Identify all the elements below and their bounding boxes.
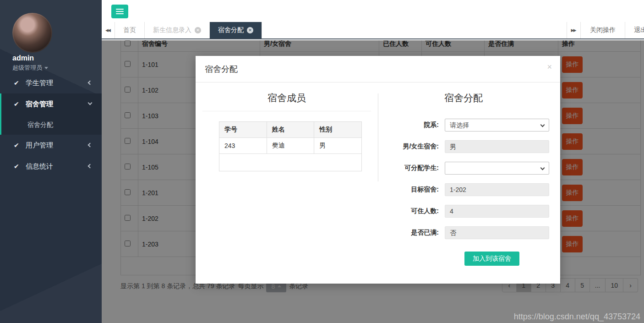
member-cell: 樊迪 xyxy=(267,138,314,154)
field-label: 是否已满: xyxy=(378,229,445,237)
field-label: 目标宿舍: xyxy=(378,186,445,194)
member-row: 243樊迪男 xyxy=(219,138,362,154)
tabs-scroll-right-button[interactable]: ▶▶ xyxy=(567,22,580,38)
sidebar-section-students: ✔ 学生管理 xyxy=(0,72,102,93)
form-row: 目标宿舍:1-202 xyxy=(378,183,549,196)
avatar xyxy=(12,13,52,53)
field-label: 可住人数: xyxy=(378,207,445,215)
field-readonly-input[interactable]: 男 xyxy=(445,140,549,153)
members-header-row: 学号 姓名 性别 xyxy=(219,122,362,138)
sidebar-item-label: 用户管理 xyxy=(26,141,53,149)
members-table-body: 243樊迪男 xyxy=(219,138,362,171)
check-icon: ✔ xyxy=(14,93,19,115)
tab-new-student-entry[interactable]: 新生信息录入 ✕ xyxy=(145,22,210,38)
assign-form: 院系:请选择男/女生宿舍:男可分配学生:目标宿舍:1-202可住人数:4是否已满… xyxy=(378,119,549,239)
caret-down-icon xyxy=(44,67,48,69)
members-col-gender: 性别 xyxy=(314,122,362,138)
tab-dorm-assign[interactable]: 宿舍分配 ✕ xyxy=(210,22,262,38)
top-toolbar xyxy=(102,0,644,22)
field-label: 可分配学生: xyxy=(378,164,445,172)
members-panel: 宿舍成员 学号 姓名 性别 243樊迪男 xyxy=(196,82,378,284)
chevron-left-icon xyxy=(88,143,93,148)
modal-title: 宿舍分配 xyxy=(205,65,238,74)
user-role-label: 超级管理员 xyxy=(12,64,42,71)
check-icon: ✔ xyxy=(14,135,19,156)
chevron-down-icon xyxy=(540,166,545,170)
tab-bar: ◀◀ 首页 新生信息录入 ✕ 宿舍分配 ✕ ▶▶ 关闭操作 退出 xyxy=(102,22,644,39)
sidebar-item-label: 宿舍管理 xyxy=(26,100,53,108)
members-heading: 宿舍成员 xyxy=(202,92,371,111)
sidebar-section-dorm: ✔ 宿舍管理 宿舍分配 xyxy=(0,93,102,135)
member-empty-row xyxy=(219,154,362,171)
field-control: 男 xyxy=(445,140,549,153)
member-empty-cell xyxy=(219,154,362,171)
close-tab-icon[interactable]: ✕ xyxy=(247,27,253,33)
field-control: 1-202 xyxy=(445,183,549,196)
chevron-down-icon xyxy=(88,101,93,105)
form-row: 可住人数:4 xyxy=(378,205,549,218)
modal-header: 宿舍分配 × xyxy=(196,56,560,82)
field-control: 否 xyxy=(445,226,549,239)
field-control: 4 xyxy=(445,205,549,218)
watermark: https://blog.csdn.net/qq_43753724 xyxy=(514,312,640,322)
sidebar-item-dorm-assign[interactable]: 宿舍分配 xyxy=(0,115,102,135)
assign-panel: 宿舍分配 院系:请选择男/女生宿舍:男可分配学生:目标宿舍:1-202可住人数:… xyxy=(378,82,560,284)
check-icon: ✔ xyxy=(14,72,19,93)
main-area: ◀◀ 首页 新生信息录入 ✕ 宿舍分配 ✕ ▶▶ 关闭操作 退出 xyxy=(102,0,644,323)
sidebar-item-info-stats[interactable]: ✔ 信息统计 xyxy=(0,156,102,177)
members-table: 学号 姓名 性别 243樊迪男 xyxy=(219,121,362,171)
check-icon: ✔ xyxy=(14,156,19,177)
tab-label: 新生信息录入 xyxy=(153,26,191,34)
sidebar-item-user-management[interactable]: ✔ 用户管理 xyxy=(0,135,102,156)
dorm-assign-modal: 宿舍分配 × 宿舍成员 学号 姓名 性别 xyxy=(196,56,560,284)
sidebar-item-student-management[interactable]: ✔ 学生管理 xyxy=(0,72,102,93)
modal-body: 宿舍成员 学号 姓名 性别 243樊迪男 xyxy=(196,82,560,284)
submit-wrap: 加入到该宿舍 xyxy=(464,252,549,266)
field-label: 院系: xyxy=(378,121,445,129)
panel-divider xyxy=(378,93,378,181)
username: admin xyxy=(12,54,34,62)
content-area: 宿舍编号 男/女宿舍 已住人数 可住人数 是否住满 操作 1-101操作1-10… xyxy=(102,40,644,323)
sidebar-section-users: ✔ 用户管理 xyxy=(0,135,102,156)
form-row: 可分配学生: xyxy=(378,162,549,175)
sidebar-item-dorm-management[interactable]: ✔ 宿舍管理 xyxy=(0,93,102,115)
tabbar-spacer xyxy=(262,22,567,38)
sidebar-menu: ✔ 学生管理 ✔ 宿舍管理 宿舍分配 ✔ 用户管理 xyxy=(0,72,102,177)
field-control xyxy=(445,162,549,175)
form-row: 是否已满:否 xyxy=(378,226,549,239)
sidebar-section-stats: ✔ 信息统计 xyxy=(0,156,102,177)
sidebar: admin 超级管理员 ✔ 学生管理 ✔ 宿舍管理 宿舍分配 xyxy=(0,0,102,323)
chevron-down-icon xyxy=(540,123,545,127)
members-col-id: 学号 xyxy=(219,122,267,138)
logout-label: 退出 xyxy=(634,26,644,34)
tab-home[interactable]: 首页 xyxy=(115,22,145,38)
close-tab-icon[interactable]: ✕ xyxy=(195,27,201,33)
chevron-left-icon xyxy=(88,81,93,85)
assign-heading: 宿舍分配 xyxy=(378,92,549,111)
tabs-scroll-left-button[interactable]: ◀◀ xyxy=(102,22,115,38)
field-select[interactable] xyxy=(445,162,549,175)
form-row: 男/女生宿舍:男 xyxy=(378,140,549,153)
join-dorm-button[interactable]: 加入到该宿舍 xyxy=(464,252,519,266)
chevron-left-icon xyxy=(88,164,93,169)
field-readonly-input[interactable]: 1-202 xyxy=(445,183,549,196)
user-role-dropdown[interactable]: 超级管理员 xyxy=(12,64,48,72)
field-readonly-input[interactable]: 否 xyxy=(445,226,549,239)
form-row: 院系:请选择 xyxy=(378,119,549,131)
members-col-name: 姓名 xyxy=(267,122,314,138)
close-operations-button[interactable]: 关闭操作 xyxy=(580,22,625,38)
hamburger-icon xyxy=(116,9,124,10)
tab-label: 首页 xyxy=(123,26,136,34)
sidebar-item-label: 学生管理 xyxy=(26,79,53,87)
member-cell: 243 xyxy=(219,138,267,154)
field-control: 请选择 xyxy=(445,119,549,131)
modal-close-icon[interactable]: × xyxy=(547,62,552,72)
logout-button[interactable]: 退出 xyxy=(625,22,644,38)
member-cell: 男 xyxy=(314,138,362,154)
sidebar-item-label: 信息统计 xyxy=(26,162,53,170)
field-select[interactable]: 请选择 xyxy=(445,119,549,131)
tab-label: 宿舍分配 xyxy=(218,26,244,34)
field-readonly-input[interactable]: 4 xyxy=(445,205,549,218)
field-label: 男/女生宿舍: xyxy=(378,142,445,151)
menu-toggle-button[interactable] xyxy=(111,5,128,18)
